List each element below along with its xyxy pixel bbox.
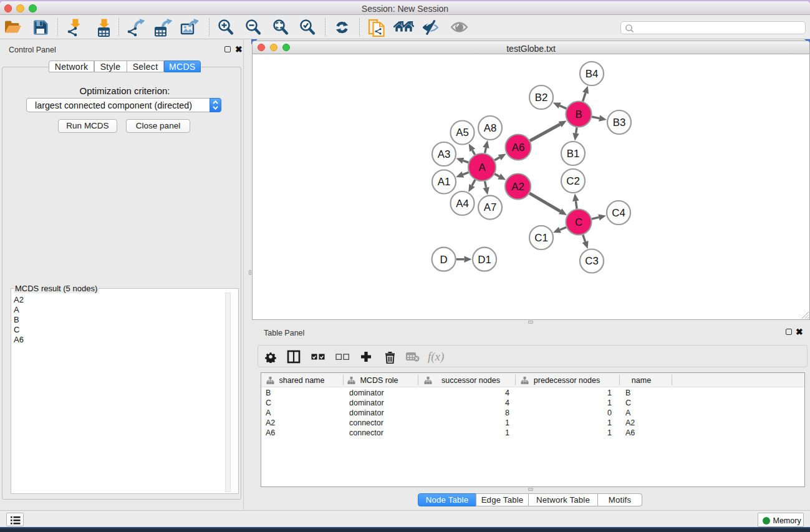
svg-text:D1: D1: [478, 254, 491, 266]
svg-text:C2: C2: [566, 175, 579, 187]
svg-text:A1: A1: [438, 176, 451, 188]
svg-text:B1: B1: [567, 148, 580, 160]
svg-text:C4: C4: [612, 207, 625, 219]
svg-text:D: D: [440, 254, 448, 266]
svg-text:A7: A7: [484, 201, 497, 213]
svg-text:C1: C1: [534, 232, 547, 244]
svg-text:C: C: [575, 216, 582, 228]
svg-text:A4: A4: [456, 198, 469, 210]
svg-text:C3: C3: [585, 255, 598, 267]
svg-text:A5: A5: [456, 127, 469, 138]
svg-text:B: B: [575, 109, 582, 120]
svg-text:A3: A3: [438, 148, 451, 160]
svg-text:A2: A2: [511, 181, 524, 193]
svg-text:B3: B3: [613, 117, 626, 128]
svg-text:A8: A8: [484, 122, 497, 134]
svg-text:A6: A6: [512, 142, 525, 153]
svg-text:A: A: [478, 162, 486, 173]
svg-text:B4: B4: [586, 68, 599, 80]
svg-text:B2: B2: [535, 92, 548, 104]
